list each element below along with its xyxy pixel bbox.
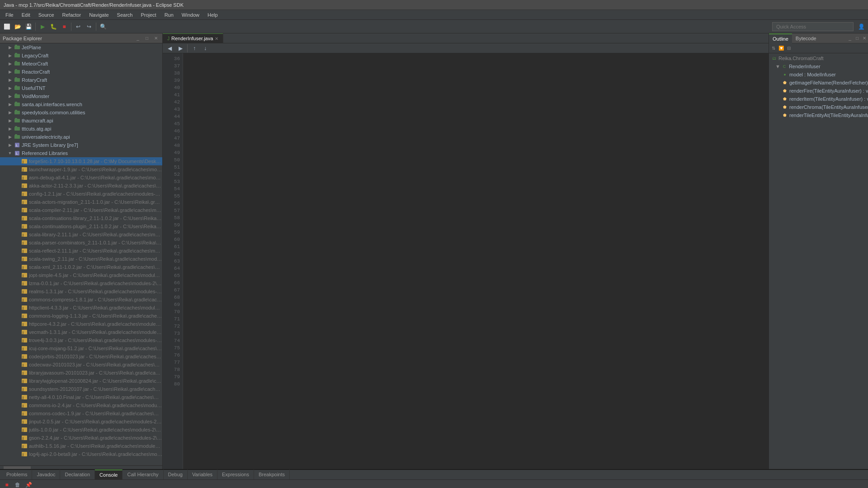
tree-item[interactable]: jjopt-simple-4.5.jar - C:\Users\Reika\.g…	[0, 271, 162, 279]
console-stop[interactable]: ■	[2, 480, 12, 488]
tree-item[interactable]: jcodecjorbis-20101023.jar - C:\Users\Rei…	[0, 352, 162, 361]
menu-source[interactable]: Source	[35, 11, 58, 19]
editor-prev-edit[interactable]: ↑	[189, 43, 199, 53]
toolbar-undo[interactable]: ↩	[73, 22, 83, 32]
tree-item[interactable]: jhttpclient-4.3.3.jar - C:\Users\Reika\.…	[0, 304, 162, 312]
tree-item[interactable]: jakka-actor-2.11-2.3.3.jar - C:\Users\Re…	[0, 182, 162, 190]
tree-item[interactable]: jcommons-logging-1.1.3.jar - C:\Users\Re…	[0, 312, 162, 320]
outline-sort[interactable]: ⇅	[770, 45, 777, 52]
menu-edit[interactable]: Edit	[18, 11, 34, 19]
tree-item[interactable]: jjinput-2.0.5.jar - C:\Users\Reika\.grad…	[0, 418, 162, 426]
tree-item[interactable]: jscala-compiler-2.11.jar - C:\Users\Reik…	[0, 206, 162, 214]
panel-maximize[interactable]: □	[143, 35, 151, 42]
tree-item[interactable]: ▶universalelectricity.api	[0, 133, 162, 141]
tree-item[interactable]: jsoundsystem-20120107.jar - C:\Users\Rei…	[0, 385, 162, 393]
tree-item[interactable]: ▶VoidMonster	[0, 92, 162, 100]
rpanel-minimize[interactable]: _	[846, 35, 854, 42]
tree-item[interactable]: jforgeSrc-1.7.10-10.13.0.1.28.jar - C:\M…	[0, 157, 162, 165]
console-pin[interactable]: 📌	[24, 480, 33, 488]
tab-outline[interactable]: Outline	[769, 33, 792, 43]
tree-item[interactable]: jscala-actors-migration_2.11-1.1.0.jar -…	[0, 198, 162, 206]
panel-minimize[interactable]: _	[134, 35, 142, 42]
editor-tab-renderinfuser[interactable]: J RenderInfuser.java ✕	[163, 33, 223, 43]
menu-help[interactable]: Help	[204, 11, 222, 19]
outline-item-renderfire[interactable]: ⬟ renderFire(TileEntityAuraInfuser) : vo…	[769, 87, 868, 95]
tree-item[interactable]: ▶LegacyCraft	[0, 52, 162, 60]
package-explorer-tree[interactable]: ▶JetPlane▶LegacyCraft▶MeteorCraft▶Reacto…	[0, 43, 162, 465]
tree-item[interactable]: jicuj-core-mojang-51.2.jar - C:\Users\Re…	[0, 344, 162, 352]
tree-item[interactable]: jscala-parser-combinators_2.11-1.0.1.jar…	[0, 239, 162, 247]
tree-item[interactable]: ▶JetPlane	[0, 43, 162, 52]
editor-back[interactable]: ◀	[165, 43, 175, 53]
toolbar-open[interactable]: 📂	[13, 22, 23, 32]
tree-item[interactable]: jrealms-1.3.1.jar - C:\Users\Reika\.grad…	[0, 287, 162, 296]
editor-forward[interactable]: ▶	[175, 43, 185, 53]
editor-next-edit[interactable]: ↓	[200, 43, 210, 53]
tab-variables[interactable]: Variables	[188, 469, 217, 479]
outline-item-renderchroma[interactable]: ⬟ renderChroma(TileEntityAuraInfuser) : …	[769, 103, 868, 111]
tab-callhierarchy[interactable]: Call Hierarchy	[123, 469, 163, 479]
tab-javadoc[interactable]: Javadoc	[32, 469, 60, 479]
tab-expressions[interactable]: Expressions	[217, 469, 254, 479]
tree-item[interactable]: jscala-continuations-plugin_2.11-1.0.2.j…	[0, 222, 162, 230]
tree-item[interactable]: ▶santa.api.interfaces.wrench	[0, 100, 162, 108]
toolbar-search[interactable]: 🔍	[98, 22, 108, 32]
outline-item-getimagefile[interactable]: ⬟ getImageFileName(RenderFetcher) : Stri…	[769, 79, 868, 87]
editor-tab-close[interactable]: ✕	[215, 36, 218, 41]
outline-item-rendertile[interactable]: ⬟ renderTileEntityAt(TileEntityAuraInfus…	[769, 111, 868, 119]
outline-class[interactable]: ▼ C RenderInfuser	[769, 62, 868, 70]
tree-item[interactable]: jlaunchwrapper-1.9.jar - C:\Users\Reika\…	[0, 165, 162, 174]
console-clear[interactable]: 🗑	[13, 480, 23, 488]
code-editor[interactable]	[183, 53, 769, 469]
rpanel-maximize[interactable]: □	[854, 35, 861, 42]
tree-item[interactable]: ▶tttcuts.atg.api	[0, 125, 162, 133]
left-panel-hscroll-thumb[interactable]	[4, 466, 31, 469]
tree-item[interactable]: jcommons-codec-1.9.jar - C:\Users\Reika\…	[0, 409, 162, 418]
tree-item[interactable]: ▼LReferenced Libraries	[0, 149, 162, 157]
menu-project[interactable]: Project	[137, 11, 160, 19]
toolbar-profile[interactable]: 👤	[856, 22, 866, 32]
tree-item[interactable]: jgson-2.2.4.jar - C:\Users\Reika\.gradle…	[0, 434, 162, 442]
tab-console[interactable]: Console	[95, 469, 123, 479]
menu-file[interactable]: File	[2, 11, 17, 19]
toolbar-save[interactable]: 💾	[24, 22, 33, 32]
tree-item[interactable]: jjutils-1.0.0.jar - C:\Users\Reika\.grad…	[0, 426, 162, 434]
tree-item[interactable]: jcodecwav-20101023.jar - C:\Users\Reika\…	[0, 361, 162, 369]
outline-collapse[interactable]: ⊟	[785, 45, 793, 52]
tree-item[interactable]: jscala-continuations-library_2.11-1.0.2.…	[0, 214, 162, 222]
quick-access-input[interactable]	[772, 22, 854, 31]
toolbar-debug[interactable]: 🐛	[48, 22, 58, 32]
panel-close[interactable]: ✕	[152, 35, 160, 42]
tree-item[interactable]: jcommons-compress-1.8.1.jar - C:\Users\R…	[0, 296, 162, 304]
tab-breakpoints[interactable]: Breakpoints	[254, 469, 290, 479]
left-panel-hscrollbar[interactable]	[0, 465, 162, 469]
tree-item[interactable]: jscala-library-2.11.1.jar - C:\Users\Rei…	[0, 230, 162, 239]
tab-declaration[interactable]: Declaration	[60, 469, 95, 479]
tree-item[interactable]: jcommons-io-2.4.jar - C:\Users\Reika\.gr…	[0, 401, 162, 409]
tree-item[interactable]: jlibrarylwjglopenat-20100824.jar - C:\Us…	[0, 377, 162, 385]
tree-item[interactable]: jlibraryjavasoum-20101023.jar - C:\Users…	[0, 369, 162, 377]
tree-item[interactable]: ▶ReactorCraft	[0, 68, 162, 76]
toolbar-run[interactable]: ▶	[38, 22, 47, 32]
tree-item[interactable]: jtrove4j-3.0.3.jar - C:\Users\Reika\.gra…	[0, 336, 162, 344]
outline-filter[interactable]: 🔽	[778, 45, 785, 52]
tree-item[interactable]: jnetty-all-4.0.10.Final.jar - C:\Users\R…	[0, 393, 162, 401]
tree-item[interactable]: jvecmath-1.3.1.jar - C:\Users\Reika\.gra…	[0, 328, 162, 336]
tab-problems[interactable]: Problems	[2, 469, 32, 479]
tree-item[interactable]: jscala-xml_2.11-1.0.2.jar - C:\Users\Rei…	[0, 263, 162, 271]
menu-refactor[interactable]: Refactor	[59, 11, 85, 19]
tree-item[interactable]: jscala-reflect-2.11.1.jar - C:\Users\Rei…	[0, 247, 162, 255]
tree-item[interactable]: ▶speedytools.common.utilities	[0, 108, 162, 117]
toolbar-redo[interactable]: ↪	[84, 22, 94, 32]
tree-item[interactable]: ▶RotaryCraft	[0, 76, 162, 84]
rpanel-close[interactable]: ✕	[861, 35, 868, 42]
tree-item[interactable]: jasm-debug-all-4.1.jar - C:\Users\Reika\…	[0, 174, 162, 182]
tree-item[interactable]: jauthlib-1.5.16.jar - C:\Users\Reika\.gr…	[0, 442, 162, 450]
tree-item[interactable]: jhttpcore-4.3.2.jar - C:\Users\Reika\.gr…	[0, 320, 162, 328]
tab-debug[interactable]: Debug	[164, 469, 188, 479]
toolbar-new[interactable]: ⬜	[2, 22, 12, 32]
tab-bytecode[interactable]: Bytecode	[792, 33, 820, 43]
menu-search[interactable]: Search	[113, 11, 137, 19]
tree-item[interactable]: ▶LJRE System Library [jre7]	[0, 141, 162, 149]
outline-item-renderitem[interactable]: ⬟ renderItem(TileEntityAuraInfuser) : vo…	[769, 95, 868, 103]
